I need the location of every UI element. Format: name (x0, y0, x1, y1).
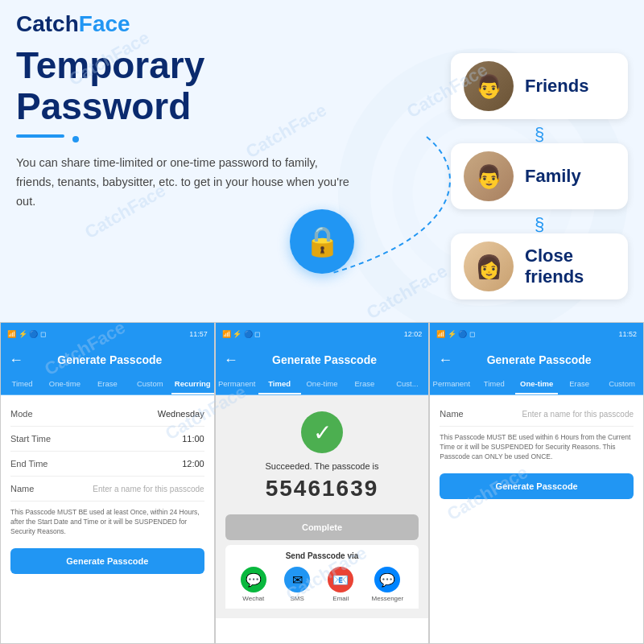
label-start: Start Time (10, 434, 51, 444)
tab-onetime-2[interactable]: One-time (301, 374, 344, 394)
phone-nav-2: ← Generate Passcode (216, 345, 429, 374)
passcode-number: 55461639 (266, 476, 379, 502)
complete-button[interactable]: Complete (225, 514, 419, 540)
title-underline (16, 134, 64, 138)
nav-title-2: Generate Passcode (245, 353, 421, 366)
avatar-friends: 👨 (464, 61, 514, 111)
value-end: 12:00 (182, 459, 204, 469)
avatar-family: 👨 (464, 151, 514, 201)
email-label: Email (332, 595, 349, 602)
nav-title-1: Generate Passcode (30, 353, 206, 366)
share-icons: 💬 Wechat ✉ SMS 📧 Email 💬 Messenger (232, 567, 413, 602)
share-section: Send Passcode via 💬 Wechat ✉ SMS 📧 Email (225, 545, 419, 609)
title-line2: Password (16, 85, 191, 127)
placeholder-name-1[interactable]: Enter a name for this passcode (93, 485, 204, 493)
notice-text-3: This Passcode MUST BE used within 6 Hour… (440, 427, 634, 469)
label-mode: Mode (10, 409, 33, 419)
tab-recurring-1[interactable]: Recurring (171, 374, 214, 394)
back-button-2[interactable]: ← (224, 352, 238, 369)
app-logo: CatchFace (16, 11, 130, 37)
form-row-name-1: Name Enter a name for this passcode (10, 477, 204, 502)
title-line1: Temporary (16, 44, 204, 86)
checkmark-icon: ✓ (313, 419, 332, 446)
tab-custom-1[interactable]: Custom (129, 374, 171, 394)
phone-nav-1: ← Generate Passcode (1, 345, 214, 374)
notice-text-1: This Passcode MUST BE used at least Once… (10, 502, 204, 543)
main-title: Temporary Password (16, 45, 435, 126)
label-name-3: Name (440, 409, 463, 419)
success-text: Succeeded. The passcode is (265, 461, 378, 471)
tabs-3: Permanent Timed One-time Erase Custom (430, 374, 643, 395)
tab-erase-1[interactable]: Erase (86, 374, 129, 394)
share-title: Send Passcode via (232, 551, 413, 560)
sms-label: SMS (290, 595, 303, 602)
logo-face: Face (79, 11, 130, 36)
header: CatchFace (0, 0, 644, 37)
back-button-3[interactable]: ← (438, 352, 452, 369)
person-card-family: 👨 Family (451, 143, 628, 209)
person-name-close-friends: Close friends (525, 246, 615, 287)
value-start: 11:00 (182, 434, 204, 444)
messenger-label: Messenger (372, 595, 404, 602)
success-screen: ✓ Succeeded. The passcode is 55461639 Co… (216, 395, 429, 618)
tab-permanent-2[interactable]: Permanent (216, 374, 258, 394)
tab-permanent-3[interactable]: Permanent (430, 374, 473, 394)
status-bar-1: 📶 ⚡ 🔵 ◻ 11:57 (1, 323, 214, 345)
share-messenger[interactable]: 💬 Messenger (372, 567, 404, 602)
form-row-end: End Time 12:00 (10, 452, 204, 477)
tabs-1: Timed One-time Erase Custom Recurring (1, 374, 214, 395)
wechat-label: Wechat (242, 595, 264, 602)
phone-screen-1: 📶 ⚡ 🔵 ◻ 11:57 ← Generate Passcode Timed … (0, 322, 215, 644)
generate-btn-3[interactable]: Generate Passcode (440, 473, 634, 499)
person-card-close-friends: 👩 Close friends (451, 233, 628, 299)
tab-timed-3[interactable]: Timed (473, 374, 515, 394)
tabs-2: Permanent Timed One-time Erase Cust... (216, 374, 429, 395)
phone-screen-2: 📶 ⚡ 🔵 ◻ 12:02 ← Generate Passcode Perman… (215, 322, 430, 644)
phones-container: 📶 ⚡ 🔵 ◻ 11:57 ← Generate Passcode Timed … (0, 322, 644, 644)
status-left-2: 📶 ⚡ 🔵 ◻ (222, 330, 261, 338)
tab-erase-3[interactable]: Erase (558, 374, 601, 394)
right-section: 👨 Friends § 👨 Family § 👩 Close friends (451, 45, 628, 306)
phone-body-1: Mode Wednesday Start Time 11:00 End Time… (1, 395, 214, 643)
avatar-close-friends: 👩 (464, 242, 514, 291)
tab-erase-2[interactable]: Erase (343, 374, 386, 394)
form-row-mode: Mode Wednesday (10, 402, 204, 427)
form-row-name-3: Name Enter a name for this passcode (440, 402, 634, 427)
messenger-icon: 💬 (374, 567, 400, 592)
share-sms[interactable]: ✉ SMS (284, 567, 310, 602)
status-bar-2: 📶 ⚡ 🔵 ◻ 12:02 (216, 323, 429, 345)
logo-catch: Catch (16, 11, 79, 36)
label-name-1: Name (10, 484, 34, 493)
description-text: You can share time-limited or one-time p… (16, 154, 354, 212)
back-button-1[interactable]: ← (9, 352, 23, 369)
tab-onetime-1[interactable]: One-time (43, 374, 86, 394)
tab-custom-3[interactable]: Custom (601, 374, 643, 394)
person-name-family: Family (525, 166, 581, 187)
left-section: Temporary Password You can share time-li… (16, 45, 451, 306)
lock-icon-circle: 🔒 (290, 209, 354, 274)
form-row-start: Start Time 11:00 (10, 427, 204, 452)
email-icon: 📧 (328, 567, 353, 592)
label-end: End Time (10, 459, 47, 469)
status-right-1: 11:57 (189, 330, 208, 338)
tab-timed-2[interactable]: Timed (258, 374, 301, 394)
share-wechat[interactable]: 💬 Wechat (241, 567, 266, 602)
sms-icon: ✉ (284, 567, 310, 592)
generate-btn-1[interactable]: Generate Passcode (10, 548, 204, 574)
share-email[interactable]: 📧 Email (328, 567, 353, 602)
phone-nav-3: ← Generate Passcode (430, 345, 643, 374)
status-left-1: 📶 ⚡ 🔵 ◻ (7, 330, 46, 338)
connector-1: § (451, 124, 628, 145)
tab-timed-1[interactable]: Timed (1, 374, 43, 394)
person-card-friends: 👨 Friends (451, 53, 628, 119)
phone-screen-3: 📶 ⚡ 🔵 ◻ 11:52 ← Generate Passcode Perman… (429, 322, 644, 644)
nav-title-3: Generate Passcode (459, 353, 635, 366)
tab-custom-2[interactable]: Cust... (386, 374, 428, 394)
lock-icon: 🔒 (304, 225, 341, 258)
wechat-icon: 💬 (241, 567, 266, 592)
connector-2: § (451, 214, 628, 235)
value-mode: Wednesday (158, 409, 204, 419)
status-right-2: 12:02 (404, 330, 423, 338)
placeholder-name-3[interactable]: Enter a name for this passcode (522, 410, 634, 419)
tab-onetime-3[interactable]: One-time (515, 374, 558, 394)
